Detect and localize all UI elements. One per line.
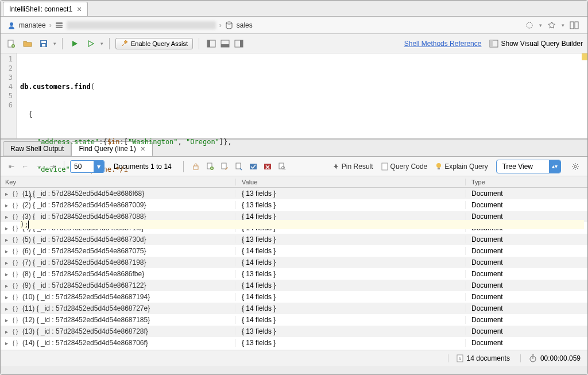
document-icon: { } (13, 236, 21, 243)
svg-rect-18 (240, 40, 243, 47)
chevron-right-icon: › (219, 21, 222, 29)
document-icon: { } (13, 293, 21, 300)
expand-icon[interactable]: ▸ (5, 294, 11, 300)
qb-icon (489, 40, 498, 48)
breadcrumb: manatee › › sales (7, 21, 253, 29)
svg-text:{ }: { } (13, 191, 18, 197)
svg-rect-7 (575, 22, 578, 29)
table-row[interactable]: ▸{ }(12) { _id : 57d28452ed5d4d54e868718… (1, 314, 587, 326)
page-size-select[interactable]: 50 ▾ (70, 160, 105, 173)
layout-left-icon[interactable] (205, 37, 218, 50)
history-icon[interactable] (523, 19, 536, 32)
table-row[interactable]: ▸{ }(14) { _id : 57d28452ed5d4d54e868706… (1, 337, 587, 349)
svg-rect-12 (42, 44, 45, 47)
svg-rect-16 (221, 44, 229, 47)
svg-rect-3 (56, 27, 63, 28)
split-view-icon[interactable] (568, 19, 581, 32)
table-row[interactable]: ▸{ }(8) { _id : 57d28452ed5d4d54e8686fbe… (1, 268, 587, 280)
database-icon (225, 21, 233, 29)
table-row[interactable]: ▸{ }(11) { _id : 57d28452ed5d4d54e868727… (1, 303, 587, 314)
run-icon[interactable] (68, 37, 81, 50)
document-icon: { } (13, 270, 21, 277)
star-icon[interactable] (546, 19, 558, 32)
breadcrumb-user[interactable]: manatee (19, 21, 46, 29)
svg-rect-20 (490, 40, 493, 47)
run-selection-icon[interactable] (84, 37, 97, 50)
main-toolbar: ▾ ▾ Enable Query Assist Shell Methods Re… (1, 34, 587, 53)
expand-icon[interactable]: ▸ (5, 202, 11, 208)
dropdown-icon[interactable]: ▾ (539, 22, 542, 28)
tab-title: IntelliShell: connect1 (9, 5, 72, 13)
dropdown-icon[interactable]: ▾ (100, 41, 103, 47)
stopwatch-icon (529, 354, 537, 362)
svg-text:{ }: { } (13, 271, 18, 277)
svg-text:{ }: { } (13, 248, 18, 254)
svg-text:{ }: { } (13, 328, 18, 335)
svg-text:{ }: { } (13, 317, 18, 323)
expand-icon[interactable]: ▸ (5, 191, 11, 197)
svg-point-5 (527, 22, 532, 28)
breadcrumb-host[interactable] (67, 21, 216, 29)
svg-rect-1 (56, 22, 63, 24)
document-icon: { } (13, 305, 21, 312)
tab-intellishell[interactable]: IntelliShell: connect1 × (3, 2, 88, 16)
expand-icon[interactable]: ▸ (5, 225, 11, 231)
visual-query-builder-button[interactable]: Show Visual Query Builder (489, 40, 583, 48)
svg-rect-2 (56, 25, 63, 26)
svg-text:{ }: { } (13, 237, 18, 243)
close-icon[interactable]: × (77, 5, 82, 13)
expand-icon[interactable]: ▸ (5, 214, 11, 220)
document-icon: { } (13, 339, 21, 346)
document-icon: { } (13, 213, 21, 220)
svg-point-0 (10, 22, 13, 26)
user-icon (7, 21, 16, 29)
line-gutter: 1 2 3 4 5 6 (1, 53, 17, 138)
new-file-icon[interactable] (5, 37, 18, 50)
page-size-value: 50 (71, 163, 94, 171)
layout-bottom-icon[interactable] (219, 37, 231, 50)
open-folder-icon[interactable] (21, 37, 34, 50)
expand-icon[interactable]: ▸ (5, 260, 11, 266)
enable-assist-label: Enable Query Assist (131, 40, 188, 47)
breadcrumb-bar: manatee › › sales ▾ ▾ (1, 17, 587, 34)
svg-point-4 (226, 22, 232, 24)
expand-icon[interactable]: ▸ (5, 340, 11, 346)
dropdown-icon[interactable]: ▾ (53, 41, 56, 47)
svg-rect-11 (41, 41, 46, 43)
count-icon: # (457, 354, 463, 362)
expand-icon[interactable]: ▸ (5, 306, 11, 312)
dropdown-icon[interactable]: ▾ (562, 22, 564, 28)
document-icon: { } (13, 248, 21, 254)
layout-right-icon[interactable] (233, 37, 245, 50)
save-icon[interactable] (37, 37, 50, 50)
server-icon (55, 21, 63, 29)
expand-icon[interactable]: ▸ (5, 248, 11, 254)
status-count: 14 documents (467, 354, 510, 362)
svg-rect-6 (570, 22, 574, 29)
breadcrumb-db[interactable]: sales (237, 21, 253, 29)
first-page-icon[interactable]: ⇤ (6, 161, 17, 172)
status-time: 00:00:00.059 (540, 354, 581, 362)
svg-text:{ }: { } (13, 214, 18, 220)
expand-icon[interactable]: ▸ (5, 271, 11, 277)
document-icon: { } (13, 259, 21, 266)
code-area[interactable]: db.customers.find( { "address.state":{$i… (17, 53, 587, 138)
expand-icon[interactable]: ▸ (5, 237, 11, 243)
document-icon: { } (13, 225, 21, 231)
svg-text:{ }: { } (13, 306, 18, 312)
document-icon: { } (13, 316, 21, 323)
top-tab-strip: IntelliShell: connect1 × (1, 1, 587, 17)
expand-icon[interactable]: ▸ (5, 283, 11, 289)
table-row[interactable]: ▸{ }(10) { _id : 57d28452ed5d4d54e868719… (1, 291, 587, 303)
expand-icon[interactable]: ▸ (5, 328, 11, 335)
table-row[interactable]: ▸{ }(13) { _id : 57d28452ed5d4d54e868728… (1, 326, 587, 337)
table-row[interactable]: ▸{ }(7) { _id : 57d28452ed5d4d54e8687198… (1, 257, 587, 268)
code-editor[interactable]: 1 2 3 4 5 6 db.customers.find( { "addres… (1, 53, 587, 140)
shell-methods-link[interactable]: Shell Methods Reference (404, 40, 482, 48)
svg-text:{ }: { } (13, 294, 18, 300)
scroll-marker (582, 53, 587, 60)
expand-icon[interactable]: ▸ (5, 317, 11, 323)
table-row[interactable]: ▸{ }(9) { _id : 57d28452ed5d4d54e8687122… (1, 280, 587, 291)
enable-query-assist-button[interactable]: Enable Query Assist (115, 38, 193, 49)
document-icon: { } (13, 282, 21, 289)
